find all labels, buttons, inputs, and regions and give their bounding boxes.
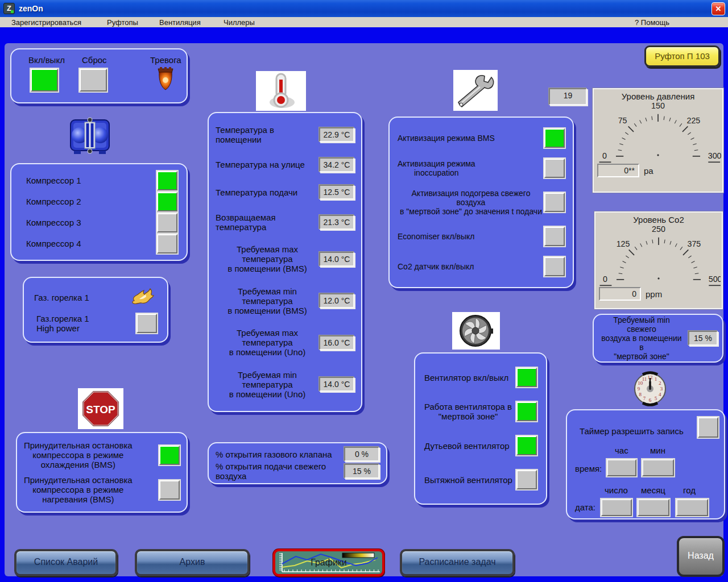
compressor-indicator[interactable] xyxy=(157,234,177,253)
fresh-air-min-label: Требуемый min свежего воздуха в помещени… xyxy=(598,315,685,361)
month-field[interactable] xyxy=(638,499,669,516)
fan-row: Работа вентилятора в "мертвой зоне" xyxy=(424,402,537,421)
compressor-indicator[interactable] xyxy=(157,171,177,190)
temperatures-panel: Температура в помещении22.9 °CТемператур… xyxy=(208,112,362,412)
pressure-unit-label: pa xyxy=(644,166,653,176)
temperature-row: Требуемая min температура в помещении (U… xyxy=(216,370,354,399)
fan-label: Дутьевой вентилятор xyxy=(424,441,510,451)
close-button[interactable]: ✕ xyxy=(712,2,725,15)
svg-text:7: 7 xyxy=(643,396,646,401)
svg-text:225: 225 xyxy=(687,116,701,125)
svg-text:0: 0 xyxy=(603,275,607,284)
rooftop-unit-button[interactable]: Руфтоп П 103 xyxy=(644,45,720,67)
onoff-label: Вкл/выкл xyxy=(28,55,65,65)
alarm-label: Тревога xyxy=(150,55,181,65)
fan-indicator[interactable] xyxy=(516,402,537,421)
graphs-button[interactable]: Графики xyxy=(273,549,384,576)
fan-indicator[interactable] xyxy=(516,368,537,387)
svg-text:125: 125 xyxy=(617,239,630,248)
temperature-value[interactable]: 12.0 °C xyxy=(319,293,354,308)
archive-button[interactable]: Архив xyxy=(135,549,250,576)
temperature-value[interactable]: 21.3 °C xyxy=(319,215,354,230)
pressure-value-field[interactable]: 0** xyxy=(597,164,639,177)
bms-indicator[interactable] xyxy=(544,227,565,246)
temperature-row: Требуемая max температура в помещении (B… xyxy=(216,244,354,273)
valve-label: % открытия подачи свежего воздуха xyxy=(216,462,344,481)
bms-indicator[interactable] xyxy=(544,257,565,276)
year-field[interactable] xyxy=(676,499,708,516)
compressor-indicator[interactable] xyxy=(157,213,177,232)
fan-label: Вентилятор вкл/выкл xyxy=(424,373,508,383)
svg-text:0: 0 xyxy=(602,151,607,160)
wrench-icon xyxy=(453,70,498,111)
hour-field[interactable] xyxy=(607,459,636,476)
minute-field[interactable] xyxy=(642,459,674,476)
forced-stop-label: Принудительная остановка компрессора в р… xyxy=(24,440,133,469)
temperature-value[interactable]: 22.9 °C xyxy=(319,127,354,142)
temperature-row: Требуемая min температура в помещении (B… xyxy=(216,286,354,315)
forced-stop-indicator[interactable] xyxy=(159,446,180,465)
valve-value[interactable]: 0 % xyxy=(344,447,379,462)
alarm-lamp-icon xyxy=(155,66,176,92)
thermometer-icon xyxy=(256,71,306,111)
svg-text:9: 9 xyxy=(638,386,640,392)
svg-text:375: 375 xyxy=(688,239,701,248)
svg-text:75: 75 xyxy=(618,116,627,125)
menu-item-2[interactable]: Руфтопы xyxy=(105,18,140,27)
temperature-value[interactable]: 16.0 °C xyxy=(319,335,354,350)
gas-burner-label: Газ. горелка 1 xyxy=(34,293,89,302)
hour-header: час xyxy=(615,446,628,455)
svg-text:1: 1 xyxy=(655,376,657,382)
bms-indicator[interactable] xyxy=(544,159,565,178)
compressors-panel: Компрессор 1Компрессор 2Компрессор 3Комп… xyxy=(10,163,188,261)
day-field[interactable] xyxy=(601,499,632,516)
bms-indicator[interactable] xyxy=(544,128,565,148)
temperature-label: Требуемая max температура в помещении (B… xyxy=(216,244,319,273)
temperature-label: Требуемая min температура в помещении (B… xyxy=(216,286,319,315)
co2-value-field[interactable]: 0 xyxy=(599,287,641,301)
menu-item-4[interactable]: Чиллеры xyxy=(221,18,257,27)
forced-stop-label: Принудительная остановка компрессора в р… xyxy=(24,475,133,504)
temperature-value[interactable]: 34.2 °C xyxy=(319,157,354,172)
fresh-air-min-panel: Требуемый min свежего воздуха в помещени… xyxy=(593,314,723,363)
co2-gauge-title: Уровень Co2 xyxy=(597,215,721,225)
app-icon: Z xyxy=(3,3,15,14)
gas-burner-panel: Газ. горелка 1 Газ.горелка 1 High power xyxy=(23,277,168,343)
clock-icon: 123456789101112 xyxy=(631,371,669,406)
back-button[interactable]: Назад xyxy=(677,536,725,577)
temperature-value[interactable]: 12.5 °C xyxy=(319,185,354,199)
svg-text:5: 5 xyxy=(655,396,657,401)
svg-text:150: 150 xyxy=(651,101,665,110)
bms-row: Активизация режима BMS xyxy=(398,128,565,148)
compressor-indicator[interactable] xyxy=(157,192,177,211)
bms-row: Co2 датчик вкл/выкл xyxy=(398,257,565,276)
temperature-value[interactable]: 14.0 °C xyxy=(319,377,354,392)
temperature-value[interactable]: 14.0 °C xyxy=(319,252,354,267)
fan-indicator[interactable] xyxy=(516,436,537,455)
temperature-label: Возвращаемая температура xyxy=(216,213,319,232)
fan-indicator[interactable] xyxy=(516,470,537,489)
gas-burner-highpower-indicator[interactable] xyxy=(136,314,157,333)
menu-item-help[interactable]: ? Помощь xyxy=(632,18,672,27)
main-frame: Вкл/выкл Сброс Тревога Руфтоп П 103 xyxy=(0,27,728,582)
fan-row: Дутьевой вентилятор xyxy=(424,436,537,455)
alarm-list-button[interactable]: Список Аварий xyxy=(14,549,118,576)
fresh-air-min-value[interactable]: 15 % xyxy=(688,331,718,346)
onoff-button[interactable] xyxy=(31,69,58,92)
menu-item-3[interactable]: Вентиляция xyxy=(157,18,203,27)
schedule-button[interactable]: Расписание задач xyxy=(400,549,515,576)
timer-enable-checkbox[interactable] xyxy=(698,417,718,438)
content-area: Вкл/выкл Сброс Тревога Руфтоп П 103 xyxy=(5,43,723,576)
reset-label: Сброс xyxy=(82,55,107,65)
temperature-label: Требуемая max температура в помещении (U… xyxy=(216,328,319,357)
bms-row: Economiser вкл/выкл xyxy=(398,227,565,246)
title-bar: Z zenOn ✕ xyxy=(0,0,728,17)
menu-item-1[interactable]: Зарегистрироваться xyxy=(9,18,84,27)
reset-button[interactable] xyxy=(80,69,107,92)
temperature-row: Температура подачи12.5 °C xyxy=(216,185,354,199)
stop-sign-icon: STOP xyxy=(78,388,123,429)
bms-indicator[interactable] xyxy=(544,193,565,212)
forced-stop-indicator[interactable] xyxy=(159,480,180,500)
valve-value[interactable]: 15 % xyxy=(344,464,379,479)
numeric-display-field[interactable]: 19 xyxy=(549,88,587,105)
